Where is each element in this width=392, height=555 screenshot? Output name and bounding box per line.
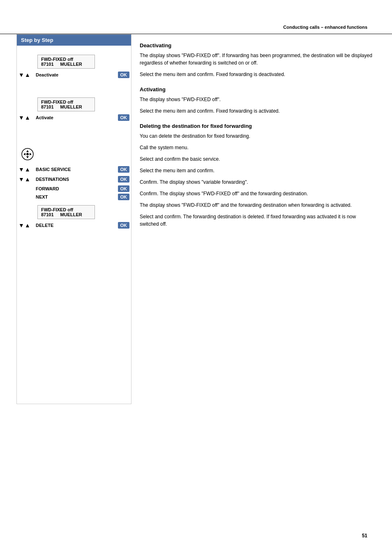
activate-label: Activate (35, 115, 115, 120)
basic-service-ok: OK (118, 166, 130, 173)
display-block-2: FWD-FIXED off 87101 MUELLER (37, 97, 95, 111)
activate-ok: OK (118, 114, 130, 121)
deactivate-arrows: ▼ ▲ (18, 71, 33, 79)
activating-title: Activating (140, 86, 376, 92)
next-ok: OK (118, 194, 130, 200)
display3-line1: FWD-FIXED off (41, 207, 91, 212)
step-box-body: FWD-FIXED off 87101 MUELLER ▼ ▲ Deactiva… (17, 46, 131, 236)
basic-service-arrow-down: ▼ (18, 166, 24, 173)
system-menu-desc: Call the system menu. (140, 144, 376, 151)
header-title: Conducting calls – enhanced functions (283, 25, 367, 30)
deactivating-display-desc: The display shows "FWD-FIXED off". If fo… (140, 52, 376, 67)
deleting-title: Deleting the destination for fixed forwa… (140, 123, 376, 129)
page-number: 51 (362, 533, 367, 539)
system-menu-svg (21, 148, 34, 161)
forward-label: FORWARD (35, 186, 115, 191)
basic-service-row: ▼ ▲ BASIC SERVICE OK (18, 166, 129, 173)
display1-line3: MUELLER (60, 62, 82, 67)
svg-marker-1 (26, 150, 29, 152)
deactivate-row: ▼ ▲ Deactivate OK (18, 71, 129, 79)
deactivate-label: Deactivate (35, 72, 115, 77)
system-menu-icon (20, 147, 35, 162)
activate-arrow-up-icon: ▲ (25, 114, 30, 121)
svg-marker-3 (23, 153, 25, 155)
page-header: Conducting calls – enhanced functions (0, 0, 392, 34)
delete-desc: Select and confirm. The forwarding desti… (140, 213, 376, 228)
display1-line1: FWD-FIXED off (41, 57, 91, 62)
display-block-3: FWD-FIXED off 87101 MUELLER (37, 205, 95, 219)
display2-line3: MUELLER (60, 104, 82, 109)
destinations-desc: Select the menu item and confirm. (140, 167, 376, 174)
deactivate-ok: OK (118, 72, 130, 78)
basic-service-desc: Select and confirm the basic service. (140, 155, 376, 163)
activate-row: ▼ ▲ Activate OK (18, 114, 129, 121)
delete-arrow-up: ▲ (25, 222, 30, 229)
delete-ok: OK (118, 222, 130, 229)
arrow-up-icon: ▲ (25, 71, 30, 79)
arrow-down-icon: ▼ (18, 71, 24, 79)
forward-desc: Confirm. The display shows "variable for… (140, 178, 376, 186)
display-block-1: FWD-FIXED off 87101 MUELLER (37, 55, 95, 69)
forward-row: FORWARD OK (18, 185, 129, 192)
step-box-title: Step by Step (21, 37, 53, 43)
delete-label: DELETE (35, 223, 115, 228)
activating-desc: Select the menu item and confirm. Fixed … (140, 107, 376, 115)
basic-service-arrows: ▼ ▲ (18, 166, 33, 173)
destinations-ok: OK (118, 176, 130, 183)
activate-arrows: ▼ ▲ (18, 114, 33, 121)
basic-service-label: BASIC SERVICE (35, 167, 115, 172)
next-label: NEXT (35, 194, 115, 199)
activate-arrow-down-icon: ▼ (18, 114, 24, 121)
delete-row: ▼ ▲ DELETE OK (18, 222, 129, 229)
delete-arrow-down: ▼ (18, 222, 24, 229)
svg-marker-2 (26, 156, 29, 158)
activating-display-desc: The display shows "FWD-FIXED off". (140, 96, 376, 103)
deactivating-title: Deactivating (140, 42, 376, 49)
display2-line1: FWD-FIXED off (41, 99, 91, 104)
step-box-header: Step by Step (17, 35, 131, 46)
next-row: NEXT OK (18, 194, 129, 200)
step-box: Step by Step FWD-FIXED off 87101 MUELLER… (16, 34, 131, 404)
display2-line2: 87101 (41, 104, 54, 109)
display3-line3: MUELLER (60, 212, 82, 217)
display3-desc: The display shows "FWD-FIXED off" and th… (140, 201, 376, 209)
destinations-arrow-up: ▲ (25, 176, 30, 183)
destinations-arrows: ▼ ▲ (18, 176, 33, 183)
destinations-label: DESTINATIONS (35, 177, 115, 182)
forward-ok: OK (118, 185, 130, 192)
display3-line2: 87101 (41, 212, 54, 217)
svg-point-5 (26, 153, 29, 155)
left-panel: Step by Step FWD-FIXED off 87101 MUELLER… (16, 34, 131, 404)
svg-marker-4 (30, 153, 32, 155)
deleting-intro: You can delete the destination for fixed… (140, 132, 376, 140)
deactivating-desc: Select the menu item and confirm. Fixed … (140, 71, 376, 78)
delete-arrows: ▼ ▲ (18, 222, 33, 229)
system-menu-row (18, 143, 129, 163)
destinations-arrow-down: ▼ (18, 176, 24, 183)
destinations-row: ▼ ▲ DESTINATIONS OK (18, 176, 129, 183)
next-desc: Confirm. The display shows "FWD-FIXED of… (140, 190, 376, 197)
basic-service-arrow-up: ▲ (25, 166, 30, 173)
display1-line2: 87101 (41, 62, 54, 67)
right-panel: Deactivating The display shows "FWD-FIXE… (140, 34, 376, 404)
